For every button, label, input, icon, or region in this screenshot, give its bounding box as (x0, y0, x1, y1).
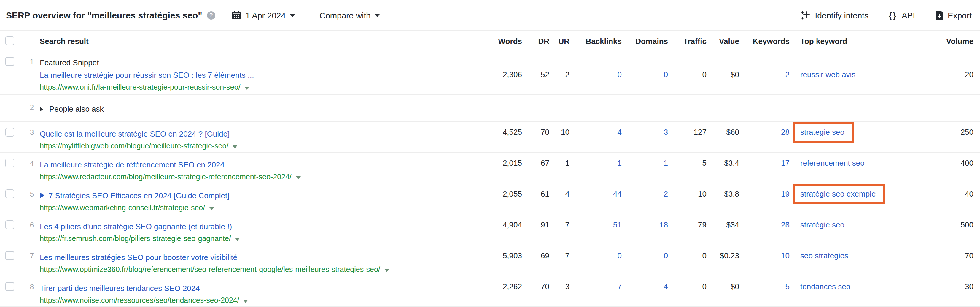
top-keyword-link[interactable]: strategie seo (793, 122, 854, 142)
cell-backlinks-link[interactable]: 0 (570, 245, 622, 276)
top-keyword-link[interactable]: reussir web avis (800, 70, 856, 79)
cell-keywords-link[interactable]: 2 (739, 52, 789, 94)
url-dropdown-caret-icon[interactable] (296, 176, 301, 179)
cell-domains-link[interactable]: 18 (622, 214, 668, 245)
url-dropdown-caret-icon[interactable] (243, 300, 248, 303)
col-header-words[interactable]: Words (424, 37, 522, 46)
table-row[interactable]: 7 Les meilleures stratégies SEO pour boo… (0, 245, 980, 276)
identify-intents-label: Identify intents (815, 10, 869, 20)
row-checkbox[interactable] (5, 251, 14, 260)
cell-domains-link[interactable] (622, 95, 668, 121)
col-header-backlinks[interactable]: Backlinks (570, 37, 622, 46)
cell-keywords-link[interactable]: 19 (739, 184, 789, 214)
url-dropdown-caret-icon[interactable] (235, 238, 240, 241)
cell-domains-link[interactable]: 2 (622, 184, 668, 214)
result-url-link[interactable]: https://www.noiise.com/ressources/seo/te… (40, 294, 424, 307)
top-keyword-link[interactable]: stratégie seo exemple (793, 184, 885, 204)
cell-domains-link[interactable]: 0 (622, 52, 668, 94)
result-url-link[interactable]: https://www.redacteur.com/blog/meilleure… (40, 171, 424, 184)
top-keyword-link[interactable]: stratégie seo (800, 220, 845, 229)
result-url-link[interactable]: https://www.optimize360.fr/blog/referenc… (40, 264, 424, 276)
cell-traffic: 0 (668, 245, 706, 276)
result-url-link[interactable]: https://fr.semrush.com/blog/piliers-stra… (40, 233, 424, 245)
select-all-checkbox[interactable] (5, 36, 14, 45)
col-header-search-result[interactable]: Search result (38, 37, 424, 46)
row-checkbox[interactable] (5, 158, 14, 168)
cell-domains-link[interactable]: 3 (622, 122, 668, 153)
identify-intents-button[interactable]: Identify intents (800, 10, 869, 20)
top-keyword-link[interactable]: seo strategies (800, 251, 848, 260)
cell-backlinks-link[interactable]: 51 (570, 214, 622, 245)
export-label: Export (948, 10, 972, 20)
row-position: 1 (20, 52, 38, 94)
cell-keywords-link[interactable]: 28 (739, 214, 789, 245)
result-url-link[interactable]: https://www.webmarketing-conseil.fr/stra… (40, 202, 424, 214)
cell-domains-link[interactable]: 0 (622, 245, 668, 276)
col-header-top-keyword[interactable]: Top keyword (789, 37, 917, 46)
table-row[interactable]: 8 Tirer parti des meilleures tendances S… (0, 276, 980, 307)
chevron-down-icon (290, 14, 294, 17)
result-title-link[interactable]: 7 Stratégies SEO Efficaces en 2024 [Guid… (40, 184, 424, 202)
cell-keywords-link[interactable]: 28 (739, 122, 789, 153)
url-dropdown-caret-icon[interactable] (209, 207, 214, 210)
compare-with-button[interactable]: Compare with (320, 10, 380, 20)
col-header-value[interactable]: Value (706, 37, 739, 46)
col-header-traffic[interactable]: Traffic (668, 37, 706, 46)
export-button[interactable]: Export (935, 10, 972, 20)
cell-backlinks-link[interactable]: 44 (570, 184, 622, 214)
cell-backlinks-link[interactable]: 7 (570, 276, 622, 307)
cell-value: $34 (706, 214, 739, 245)
result-url-link[interactable]: https://www.oni.fr/la-meilleure-strategi… (40, 82, 424, 94)
result-title-link[interactable]: La meilleure stratégie de référencement … (40, 153, 424, 171)
row-checkbox[interactable] (5, 282, 14, 291)
table-row[interactable]: 1 Featured Snippet La meilleure stratégi… (0, 52, 980, 95)
row-checkbox[interactable] (5, 57, 14, 66)
row-checkbox[interactable] (5, 128, 14, 137)
cell-url-rating: 2 (549, 52, 570, 94)
cell-backlinks-link[interactable]: 0 (570, 52, 622, 94)
col-header-keywords[interactable]: Keywords (739, 37, 789, 46)
col-header-volume[interactable]: Volume (917, 37, 980, 46)
date-picker-button[interactable]: 1 Apr 2024 (232, 10, 294, 20)
url-dropdown-caret-icon[interactable] (384, 269, 389, 272)
row-checkbox[interactable] (5, 189, 14, 198)
result-title-link[interactable]: Les meilleures stratégies SEO pour boost… (40, 245, 424, 264)
toolbar: SERP overview for "meilleures stratégies… (0, 0, 980, 30)
expand-arrow-icon[interactable] (40, 107, 43, 112)
sparkle-icon (800, 10, 810, 20)
result-title-link[interactable]: La meilleure stratégie pour réussir son … (40, 69, 424, 82)
cell-value: $3.8 (706, 184, 739, 214)
table-row[interactable]: 6 Les 4 piliers d'une stratégie SEO gagn… (0, 214, 980, 245)
top-keyword-link[interactable]: referencement seo (800, 158, 865, 168)
cell-backlinks-link[interactable]: 1 (570, 153, 622, 184)
col-header-domains[interactable]: Domains (622, 37, 668, 46)
result-title-text: Quelle est la meilleure stratégie SEO en… (40, 130, 229, 138)
result-url-link[interactable]: https://mylittlebigweb.com/blogue/meille… (40, 140, 424, 153)
cell-value: $0 (706, 276, 739, 307)
cell-backlinks-link[interactable]: 4 (570, 122, 622, 153)
result-title-link[interactable]: Quelle est la meilleure stratégie SEO en… (40, 122, 424, 140)
col-header-ur[interactable]: UR (549, 37, 570, 46)
top-keyword-link[interactable]: tendances seo (800, 282, 850, 291)
url-dropdown-caret-icon[interactable] (245, 87, 250, 90)
cell-keywords-link[interactable]: 17 (739, 153, 789, 184)
cell-keywords-link[interactable] (739, 95, 789, 121)
result-title-link[interactable]: People also ask (40, 95, 424, 115)
cell-backlinks-link[interactable] (570, 95, 622, 121)
cell-keywords-link[interactable]: 10 (739, 245, 789, 276)
result-title-link[interactable]: Les 4 piliers d'une stratégie SEO gagnan… (40, 214, 424, 233)
table-row[interactable]: 4 La meilleure stratégie de référencemen… (0, 153, 980, 184)
result-title-link[interactable]: Tirer parti des meilleures tendances SEO… (40, 276, 424, 294)
table-row[interactable]: 2 People also ask (0, 95, 980, 122)
help-icon[interactable]: ? (207, 11, 215, 19)
cell-value: $0 (706, 52, 739, 94)
table-row[interactable]: 3 Quelle est la meilleure stratégie SEO … (0, 122, 980, 153)
col-header-dr[interactable]: DR (522, 37, 549, 46)
table-row[interactable]: 5 7 Stratégies SEO Efficaces en 2024 [Gu… (0, 184, 980, 214)
api-button[interactable]: {} API (889, 10, 915, 20)
cell-domains-link[interactable]: 4 (622, 276, 668, 307)
url-dropdown-caret-icon[interactable] (232, 146, 237, 149)
cell-keywords-link[interactable]: 5 (739, 276, 789, 307)
cell-domains-link[interactable]: 1 (622, 153, 668, 184)
row-checkbox[interactable] (5, 220, 14, 229)
